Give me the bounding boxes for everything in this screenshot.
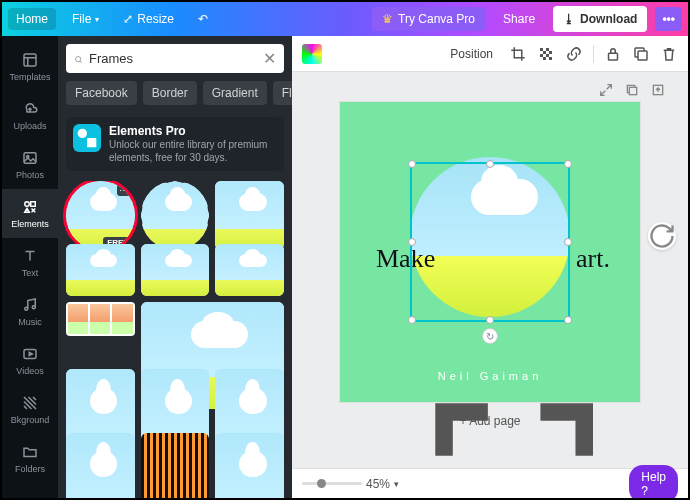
rail-templates[interactable]: Templates [2,42,58,91]
download-icon: ⭳ [563,12,575,26]
svg-rect-17 [543,57,546,60]
promo-title: Elements Pro [109,124,277,138]
frame-thumb[interactable] [66,244,135,295]
design-page[interactable]: Make art. Neil Gaiman ↻ [340,102,640,402]
svg-rect-4 [31,202,36,207]
frame-thumb-scallop[interactable] [141,181,210,250]
refresh-button[interactable] [648,222,676,250]
search-input[interactable] [89,51,257,66]
lock-icon[interactable] [604,45,622,63]
frame-thumb[interactable] [215,433,284,498]
canvas-credit-text[interactable]: Neil Gaiman [340,370,640,382]
rail-text[interactable]: Text [2,238,58,287]
zoom-slider[interactable] [302,482,362,485]
elements-pro-promo[interactable]: Elements Pro Unlock our entire library o… [66,117,284,171]
frames-grid: ⋯FREE [58,181,292,498]
svg-rect-10 [87,138,96,147]
svg-point-9 [78,129,87,138]
download-button[interactable]: ⭳Download [553,6,647,32]
chip-gradient[interactable]: Gradient [203,81,267,105]
share-button[interactable]: Share [493,7,545,31]
svg-point-5 [25,307,28,310]
search-icon [74,50,83,68]
frame-thumb-circle[interactable]: ⋯FREE [66,181,135,250]
photos-icon [21,149,39,167]
music-icon [21,296,39,314]
top-menu-bar: Home File▾ ⤢Resize ↶ ♛Try Canva Pro Shar… [2,2,688,36]
chevron-down-icon: ▾ [95,15,99,24]
frame-thumb[interactable] [141,244,210,296]
file-menu[interactable]: File▾ [64,8,107,30]
resize-handle[interactable] [486,316,494,324]
rail-photos[interactable]: Photos [2,140,58,189]
selection-box[interactable]: ↻ [410,162,570,322]
rail-background[interactable]: Bkground [2,385,58,434]
crown-icon: ♛ [382,12,393,26]
frame-thumb[interactable] [215,244,284,295]
zoom-control[interactable]: 45% ▾ [302,477,399,491]
crop-icon[interactable] [509,45,527,63]
thumb-options-icon[interactable]: ⋯ [117,184,132,196]
try-pro-button[interactable]: ♛Try Canva Pro [372,7,485,31]
chip-border[interactable]: Border [143,81,197,105]
frame-thumb[interactable] [215,181,284,250]
videos-icon [21,345,39,363]
undo-icon: ↶ [198,12,208,26]
promo-description: Unlock our entire library of premium ele… [109,138,277,164]
templates-icon [21,51,39,69]
svg-rect-13 [543,51,546,54]
chip-facebook[interactable]: Facebook [66,81,137,105]
chevron-down-icon: ▾ [394,479,399,489]
frame-thumb-film[interactable] [141,433,210,498]
frame-thumb-strip[interactable] [66,302,135,336]
duplicate-icon[interactable] [632,45,650,63]
rail-videos[interactable]: Videos [2,336,58,385]
canvas-text-art[interactable]: art. [576,244,610,274]
svg-rect-11 [540,48,543,51]
position-button[interactable]: Position [444,43,499,65]
more-menu-button[interactable]: ••• [655,7,682,31]
filter-chips: Facebook Border Gradient Flowers › [58,81,292,113]
add-page-button[interactable]: + Add page [447,402,532,440]
svg-rect-14 [549,51,552,54]
background-icon [21,394,39,412]
resize-handle[interactable] [564,160,572,168]
canvas-area: Position Make art. Neil Gaiman [292,36,688,498]
svg-rect-15 [540,54,543,57]
trash-icon[interactable] [660,45,678,63]
rail-uploads[interactable]: Uploads [2,91,58,140]
link-icon[interactable] [565,45,583,63]
resize-handle[interactable] [408,316,416,324]
resize-handle[interactable] [564,316,572,324]
frame-thumb[interactable] [66,433,135,498]
svg-point-8 [76,56,81,61]
rail-folders[interactable]: Folders [2,434,58,483]
home-menu[interactable]: Home [8,8,56,30]
search-field[interactable]: ✕ [66,44,284,73]
color-swatch-button[interactable] [302,44,322,64]
svg-rect-20 [638,51,647,60]
rail-music[interactable]: Music [2,287,58,336]
rotate-handle[interactable]: ↻ [482,328,498,344]
chip-flowers[interactable]: Flowers [273,81,292,105]
canvas-toolbar: Position [292,36,688,72]
zoom-value: 45% [366,477,390,491]
elements-panel: ✕ Facebook Border Gradient Flowers › Ele… [58,36,292,498]
undo-button[interactable]: ↶ [190,8,216,30]
resize-handle[interactable] [564,238,572,246]
resize-handle[interactable] [408,160,416,168]
resize-menu[interactable]: ⤢Resize [115,8,182,30]
canvas-stage[interactable]: Make art. Neil Gaiman ↻ + Add page [292,72,688,468]
rail-elements[interactable]: Elements [2,189,58,238]
help-button[interactable]: Help ? [629,465,678,499]
transparency-icon[interactable] [537,45,555,63]
resize-handle[interactable] [486,160,494,168]
svg-rect-18 [549,57,552,60]
resize-handle[interactable] [408,238,416,246]
svg-rect-0 [24,54,36,66]
svg-rect-1 [24,153,36,164]
bottom-bar: 45% ▾ Help ? [292,468,688,498]
pro-promo-icon [73,124,101,152]
clear-search-icon[interactable]: ✕ [263,49,276,68]
svg-point-6 [32,306,35,309]
